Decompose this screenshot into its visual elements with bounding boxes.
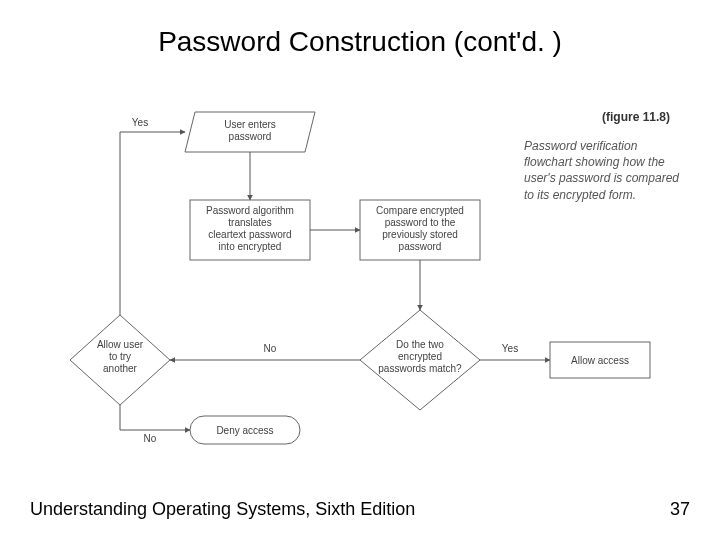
label-no-deny: No <box>144 433 157 444</box>
node-retry-l3: another <box>103 363 138 374</box>
node-translate-l2: translates <box>228 217 271 228</box>
node-compare-l3: previously stored <box>382 229 458 240</box>
footer-book-title: Understanding Operating Systems, Sixth E… <box>30 499 415 520</box>
node-translate-l1: Password algorithm <box>206 205 294 216</box>
node-retry-l2: to try <box>109 351 131 362</box>
node-compare-l2: password to the <box>385 217 456 228</box>
node-match-l3: passwords match? <box>378 363 462 374</box>
node-compare-l1: Compare encrypted <box>376 205 464 216</box>
node-enter-password-text-l1: User enters <box>224 119 276 130</box>
node-deny-access: Deny access <box>190 416 300 444</box>
node-match-l1: Do the two <box>396 339 444 350</box>
node-retry-l1: Allow user <box>97 339 144 350</box>
node-allow-text: Allow access <box>571 355 629 366</box>
node-deny-text: Deny access <box>216 425 273 436</box>
node-enter-password: User enters password <box>185 112 315 152</box>
node-translate-l4: into encrypted <box>219 241 282 252</box>
node-translate: Password algorithm translates cleartext … <box>190 200 310 260</box>
node-enter-password-text-l2: password <box>229 131 272 142</box>
node-match-decision: Do the two encrypted passwords match? <box>360 310 480 410</box>
node-retry-decision: Allow user to try another <box>70 315 170 405</box>
node-match-l2: encrypted <box>398 351 442 362</box>
node-translate-l3: cleartext password <box>208 229 291 240</box>
node-allow-access: Allow access <box>550 342 650 378</box>
label-yes-allow: Yes <box>502 343 518 354</box>
label-no-retry: No <box>264 343 277 354</box>
node-compare: Compare encrypted password to the previo… <box>360 200 480 260</box>
slide-title: Password Construction (cont'd. ) <box>0 26 720 58</box>
flowchart: User enters password Password algorithm … <box>60 100 660 460</box>
page-number: 37 <box>670 499 690 520</box>
label-yes-retry: Yes <box>132 117 148 128</box>
node-compare-l4: password <box>399 241 442 252</box>
